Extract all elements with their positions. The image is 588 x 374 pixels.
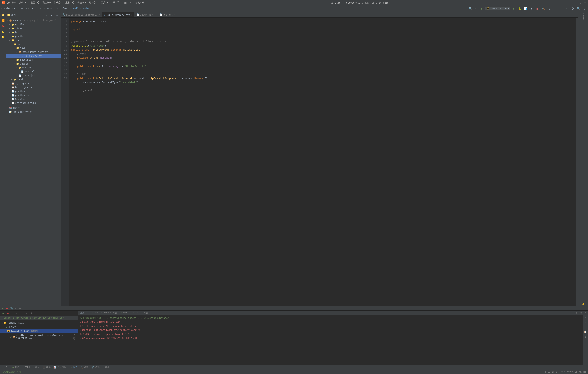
tree-item-webinf[interactable]: ▾ 📁 WEB-INF <box>6 66 61 70</box>
code-editor[interactable]: 1 2 3 6 7 8 9 10 11 12 15 16 17 18 <box>61 18 578 306</box>
project-collapse-btn[interactable]: ⚙ <box>44 12 48 17</box>
run-btn[interactable]: ▶ <box>480 6 484 11</box>
breadcrumb-src[interactable]: src <box>14 7 18 10</box>
tree-item-helloservlet[interactable]: ☕ HelloServlet <box>6 54 61 58</box>
tab-buildgradle[interactable]: 🔧 build.gradle (Servlet) ✕ <box>61 12 102 17</box>
stop-nav-btn[interactable]: ■ <box>5 306 9 310</box>
status-connection[interactable]: 已与服务器断开连接 <box>1 371 21 374</box>
svc-add-btn[interactable]: + <box>29 311 33 315</box>
nav-build[interactable]: 🔨 构建 <box>79 366 90 369</box>
menu-git[interactable]: Git(G) <box>111 0 122 5</box>
git-push-btn[interactable]: ⬆ <box>565 6 569 11</box>
menu-window[interactable]: 窗口(W) <box>123 0 134 5</box>
svc-tomcat-server[interactable]: ▾ 🐱 Tomcat 服务器 <box>0 321 78 325</box>
project-settings-btn[interactable]: ≡ <box>49 12 54 17</box>
sync-btn[interactable]: ↻ <box>547 6 552 11</box>
project-close-btn[interactable]: ✕ <box>55 12 59 17</box>
tree-item-main[interactable]: ▾ 📁 main <box>6 42 61 46</box>
webxml-tab-close[interactable]: ✕ <box>174 13 175 16</box>
tree-item-gradlewbat[interactable]: 📄 gradlew.bat <box>6 93 61 97</box>
indexjsp-tab-close[interactable]: ✕ <box>154 13 155 16</box>
nav-terminal[interactable]: ⬛ 终端 <box>41 366 52 369</box>
tree-item-indexjsp[interactable]: 📄 index.jsp <box>6 74 61 77</box>
nav-endpoints[interactable]: ⚡ 端点 <box>101 366 110 369</box>
svc-layout-btn[interactable]: ⊞ <box>15 311 19 315</box>
tab-helloservlet[interactable]: ☕ HelloServlet.java ✕ <box>102 12 135 17</box>
breadcrumb-servlet2[interactable]: servlet <box>57 7 67 10</box>
tree-item-gitignore[interactable]: 📋 .gitignore <box>6 81 61 85</box>
coverage-btn[interactable]: ☂ <box>529 6 534 11</box>
close-button[interactable]: ✕ <box>584 1 587 4</box>
svc-arrow-right[interactable]: → <box>74 316 77 320</box>
helloservlet-tab-close[interactable]: ✕ <box>131 14 132 16</box>
build-btn[interactable]: 🔨 <box>541 6 546 11</box>
breadcrumb-java[interactable]: java <box>30 7 36 10</box>
git-history-btn[interactable]: ⏱ <box>570 6 575 11</box>
tree-item-resources[interactable]: ▶ 📁 resources <box>6 58 61 62</box>
status-linesep[interactable]: LF <box>552 371 555 373</box>
buildgradle-tab-close[interactable]: ✕ <box>99 13 100 16</box>
gradle-right-label[interactable]: Gradle <box>582 12 585 21</box>
log-tab-localhost[interactable]: ▶ Tomcat Localhost 日志 <box>87 311 119 315</box>
sidebar-bookmark-icon[interactable]: 🔖 <box>0 23 5 28</box>
svc-sort-btn[interactable]: ↕ <box>25 311 29 315</box>
tree-item-external-libs[interactable]: ▶ 📚 外部库 <box>6 106 61 110</box>
menu-refactor[interactable]: 重构(R) <box>64 0 76 5</box>
tree-item-build[interactable]: ▶ 📁 build <box>6 30 61 34</box>
run-nav-btn[interactable]: ▶ <box>1 306 5 310</box>
run-green-btn[interactable]: ▶ <box>512 6 516 11</box>
log-close-btn[interactable]: ✕ <box>583 311 587 315</box>
sidebar-notification-icon[interactable]: 🔔 <box>0 34 5 39</box>
menu-edit[interactable]: 编辑(E) <box>18 0 29 5</box>
log-clear-btn[interactable]: 🗑 <box>584 335 588 339</box>
sidebar-project-icon[interactable]: 📁 <box>0 12 5 17</box>
tree-item-idea[interactable]: ▶ 📁 .idea <box>6 26 61 30</box>
tree-item-gradle[interactable]: ▶ 📁 gradle <box>6 22 61 26</box>
run-config[interactable]: 🐱 Tomcat 9.0.65 ▾ <box>485 7 510 10</box>
menu-view[interactable]: 视图(V) <box>29 0 41 5</box>
log-settings-btn[interactable]: ⚙ <box>575 311 578 315</box>
tree-item-buildgradle[interactable]: 📋 build.gradle <box>6 85 61 89</box>
tree-item-test[interactable]: ▶ 📁 test <box>6 77 61 81</box>
git-commit-btn[interactable]: ✓ <box>559 6 563 11</box>
breadcrumb-com[interactable]: com <box>39 7 43 10</box>
tree-item-webxml[interactable]: 📄 web.xml <box>6 70 61 74</box>
tree-item-src[interactable]: ▾ 📁 src <box>6 38 61 42</box>
notifications-right-label[interactable]: 🔔 <box>582 302 585 306</box>
tree-item-scratches[interactable]: ▶ 📝 临时文件和控制台 <box>6 110 61 114</box>
tab-list-btn[interactable]: ⋮ <box>573 12 578 17</box>
nav-problems[interactable]: ⚠ 问题 <box>32 366 41 369</box>
tree-item-java[interactable]: ▾ 📁 java <box>6 46 61 50</box>
menu-tools[interactable]: 工具(T) <box>100 0 111 5</box>
nav-services[interactable]: ▶ 服务 <box>69 365 79 369</box>
breadcrumb-servlet[interactable]: Servlet <box>1 7 11 10</box>
log-tab-services[interactable]: 服务 <box>78 311 87 315</box>
tree-item-package[interactable]: ▾ 📦 com.huawei.servlet <box>6 50 61 54</box>
svc-war-deploy[interactable]: ✓ 📦 Gradle : com.huawei : Servlet-1.0-SN… <box>0 333 78 341</box>
attach-nav-btn[interactable]: 📎 <box>10 306 13 310</box>
nav-todo[interactable]: ☑ TODO <box>21 366 31 369</box>
add-nav-btn[interactable]: + <box>22 306 26 310</box>
status-encoding[interactable]: UTF-8 <box>556 371 563 373</box>
filter-nav-btn[interactable]: ▽ <box>14 306 18 310</box>
tree-item-root[interactable]: ▾ 📦 Servlet E:\MyApplications\Servlet <box>6 19 61 22</box>
layout-nav-btn[interactable]: ⊞ <box>18 306 22 310</box>
tab-indexjsp[interactable]: 📄 index.jsp ✕ <box>135 12 157 17</box>
svc-filter-btn[interactable]: ▽ <box>20 311 24 315</box>
nav-profiler[interactable]: 📊 Profiler <box>52 366 69 369</box>
menu-file[interactable]: 文件(F) <box>6 0 17 5</box>
log-wrap-btn[interactable]: ↩ <box>584 325 588 329</box>
svc-redeploy-btn[interactable]: ↻ <box>10 311 14 315</box>
tree-item-gradlew[interactable]: 📄 gradlew <box>6 89 61 93</box>
menu-build[interactable]: 构建(B) <box>76 0 87 5</box>
log-copy-btn[interactable]: 📋 <box>584 330 588 334</box>
status-position[interactable]: 8:22 <box>545 371 551 373</box>
log-tab-catalina[interactable]: ▶ Tomcat Catalina 日志 <box>119 311 150 315</box>
nav-git[interactable]: ⎇ Git <box>1 366 11 369</box>
status-branch[interactable]: ⎇ master <box>575 371 587 373</box>
tree-item-settingsgradle[interactable]: 📋 settings.gradle <box>6 101 61 105</box>
menu-nav[interactable]: 导航(N) <box>41 0 52 5</box>
nav-run[interactable]: ▶ 运行 <box>11 366 21 369</box>
back-btn[interactable]: ← <box>474 6 478 11</box>
nav-dependencies[interactable]: 🔗 依赖 <box>90 366 101 369</box>
